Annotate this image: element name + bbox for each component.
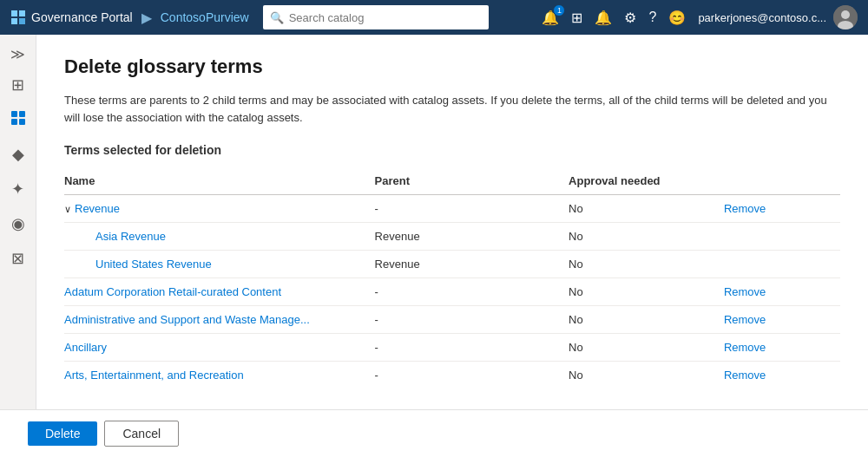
term-approval: No [569,251,724,278]
col-header-action [724,167,840,195]
collapse-chevron-icon[interactable]: ∨ [64,204,71,215]
page-title: Delete glossary terms [64,55,840,78]
catalog-icon [10,109,27,131]
table-row: United States RevenueRevenueNo [64,251,840,278]
sidebar-item-glossary[interactable]: ✦ [3,173,34,205]
term-name-link[interactable]: Ancillary [64,341,107,354]
term-approval: No [569,334,724,362]
help-icon: ? [648,10,656,25]
term-parent: - [375,362,569,389]
table-row: Asia RevenueRevenueNo [64,223,840,251]
svg-rect-8 [19,111,25,117]
main-layout: ≫ ⊞ ◆ ✦ ◉ ⊠ Delete g [0,35,868,409]
estate-icon: ⊠ [11,249,24,268]
term-parent: - [375,278,569,306]
delete-button[interactable]: Delete [28,421,97,446]
brand-area[interactable]: Governance Portal ▶ ContosoPurview [10,10,249,26]
settings-icon: ⚙ [624,10,636,26]
table-row: ∨Revenue-NoRemove [64,195,840,223]
settings-button[interactable]: ⚙ [624,10,636,26]
svg-rect-2 [11,18,17,24]
term-parent: - [375,306,569,334]
table-row: Arts, Entertainment, and Recreation-NoRe… [64,362,840,389]
home-icon: ⊞ [11,75,24,95]
term-parent: - [375,334,569,362]
alert-icon: 🔔 [595,10,612,26]
sidebar-item-insights[interactable]: ◆ [3,139,34,170]
table-row: Ancillary-NoRemove [64,334,840,362]
user-menu[interactable]: parkerjones@contoso.c... [698,5,858,29]
warning-message: These terms are parents to 2 child terms… [64,92,840,126]
term-parent: Revenue [375,223,569,251]
topnav-actions: 🔔 1 ⊞ 🔔 ⚙ ? 😊 parkerjones@contoso.c... [542,5,858,29]
term-name-link[interactable]: Asia Revenue [95,230,166,243]
svg-rect-1 [19,10,25,16]
insights-icon: ◆ [12,145,24,164]
remove-term-button[interactable]: Remove [724,285,766,298]
purview-link[interactable]: ContosoPurview [161,10,249,24]
term-approval: No [569,278,724,306]
sidebar-item-home[interactable]: ⊞ [3,69,34,101]
footer: Delete Cancel [0,409,868,457]
sidebar-item-estate[interactable]: ⊠ [3,243,34,274]
remove-term-button[interactable]: Remove [724,313,766,326]
alert-button[interactable]: 🔔 [595,10,612,26]
connect-icon: ⊞ [571,10,582,26]
table-row: Administrative and Support and Waste Man… [64,306,840,334]
term-approval: No [569,223,724,251]
term-parent: Revenue [375,251,569,278]
user-email: parkerjones@contoso.c... [698,11,826,24]
help-button[interactable]: ? [648,10,656,25]
sidebar-item-catalog[interactable] [3,104,34,135]
svg-rect-0 [11,10,17,16]
sidebar: ≫ ⊞ ◆ ✦ ◉ ⊠ [0,35,36,409]
term-approval: No [569,362,724,389]
term-name-link[interactable]: Arts, Entertainment, and Recreation [64,369,244,382]
term-approval: No [569,195,724,223]
breadcrumb-separator: ▶ [141,10,152,26]
sidebar-toggle[interactable]: ≫ [3,42,34,66]
search-icon: 🔍 [270,11,284,24]
terms-table: Name Parent Approval needed ∨Revenue-NoR… [64,167,840,388]
brand-logo [10,10,26,25]
avatar [833,5,858,29]
remove-term-button[interactable]: Remove [724,202,766,215]
col-header-name: Name [64,167,375,195]
search-bar[interactable]: 🔍 [263,5,489,29]
remove-term-button[interactable]: Remove [724,341,766,354]
term-name-link[interactable]: United States Revenue [95,258,212,271]
search-input[interactable] [289,11,482,24]
term-approval: No [569,306,724,334]
connect-button[interactable]: ⊞ [571,10,582,26]
col-header-approval: Approval needed [569,167,724,195]
feedback-button[interactable]: 😊 [668,10,686,26]
sidebar-item-datamap[interactable]: ◉ [3,208,34,239]
cancel-button[interactable]: Cancel [104,421,179,447]
term-name-link[interactable]: Adatum Corporation Retail-curated Conten… [64,285,281,298]
section-label: Terms selected for deletion [64,143,840,157]
brand-text: Governance Portal [31,10,133,24]
svg-rect-3 [19,18,25,24]
main-content: Delete glossary terms These terms are pa… [36,35,868,409]
datamap-icon: ◉ [11,214,25,233]
top-navigation: Governance Portal ▶ ContosoPurview 🔍 🔔 1… [0,0,868,35]
notifications-button[interactable]: 🔔 1 [542,10,559,26]
svg-rect-7 [11,111,17,117]
notification-badge: 1 [553,4,565,16]
term-name-link[interactable]: Administrative and Support and Waste Man… [64,313,310,326]
feedback-icon: 😊 [668,10,686,26]
table-row: Adatum Corporation Retail-curated Conten… [64,278,840,306]
term-parent: - [375,195,569,223]
col-header-parent: Parent [375,167,569,195]
term-name-link[interactable]: Revenue [75,202,120,215]
remove-term-button[interactable]: Remove [724,369,766,382]
svg-point-5 [841,10,850,19]
glossary-icon: ✦ [11,180,24,199]
svg-rect-9 [11,119,17,125]
svg-rect-10 [19,119,25,125]
